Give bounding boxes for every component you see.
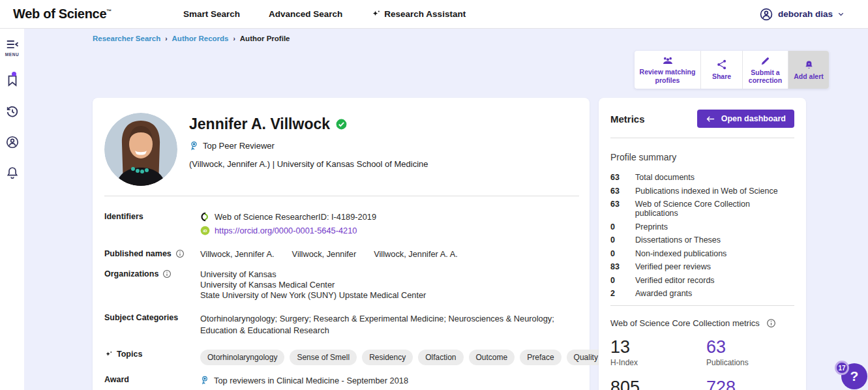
sidebar-history-button[interactable]	[0, 104, 24, 119]
page: Web of Science™ Smart Search Advanced Se…	[0, 0, 868, 390]
summary-row: 0Verified editor records	[610, 276, 794, 285]
publications-value[interactable]: 63	[706, 338, 794, 356]
metrics-title: Metrics	[610, 113, 645, 125]
chevron-down-icon	[837, 10, 845, 18]
published-name: Villwock, Jennifer A.	[200, 249, 275, 259]
nav-smart-search[interactable]: Smart Search	[183, 9, 240, 19]
review-matching-profiles-button[interactable]: Review matching profiles	[635, 51, 701, 89]
breadcrumb-author-records[interactable]: Author Records	[172, 35, 229, 42]
sidebar-researcher-profile-button[interactable]	[0, 135, 24, 149]
summary-row: 63Web of Science Core Collection publica…	[610, 200, 794, 218]
info-icon[interactable]	[175, 249, 185, 258]
summary-label: Verified editor records	[635, 276, 715, 285]
open-dashboard-button[interactable]: Open dashboard	[697, 110, 794, 128]
wos-researcherid-icon	[200, 212, 210, 222]
topic-chip[interactable]: Preface	[520, 350, 561, 365]
topic-chip[interactable]: Residency	[362, 350, 413, 365]
topics-label-text: Topics	[117, 350, 142, 359]
researcher-id-line: Web of Science ResearcherID: I-4189-2019	[200, 212, 579, 222]
arrow-left-icon	[706, 115, 715, 123]
submit-correction-button[interactable]: Submit a correction	[743, 51, 788, 89]
sidebar-alerts-button[interactable]	[0, 166, 24, 180]
summary-row: 63Publications indexed in Web of Science	[610, 187, 794, 196]
pencil-icon	[760, 55, 771, 67]
published-names-row: Published names Villwock, Jennifer A. Vi…	[104, 249, 579, 259]
history-icon	[5, 104, 20, 119]
verified-badge-icon[interactable]	[335, 118, 348, 130]
nav-research-assistant[interactable]: Research Assistant	[371, 9, 466, 19]
top-header: Web of Science™ Smart Search Advanced Se…	[0, 0, 868, 29]
topic-chip[interactable]: Otorhinolaryngology	[200, 350, 284, 365]
summary-value: 0	[610, 235, 635, 245]
info-icon[interactable]	[766, 318, 776, 328]
summary-value: 0	[610, 249, 635, 258]
published-names-value: Villwock, Jennifer A. Villwock, Jennifer…	[200, 249, 579, 259]
published-name: Villwock, Jennifer A. A.	[374, 249, 458, 259]
breadcrumb: Researcher Search › Author Records › Aut…	[93, 35, 290, 42]
help-button[interactable]: ? 17	[841, 363, 867, 389]
topic-chip[interactable]: Olfaction	[418, 350, 463, 365]
user-name: deborah dias	[778, 9, 833, 19]
award-text: Top reviewers in Clinical Medicine - Sep…	[214, 376, 408, 385]
sum-times-cited-value: 805	[610, 378, 706, 390]
summary-label: Web of Science Core Collection publicati…	[635, 200, 794, 218]
sidebar: MENU	[0, 29, 24, 390]
user-avatar-icon	[759, 7, 773, 22]
top-peer-reviewer-label: Top Peer Reviewer	[203, 141, 275, 151]
citing-articles-metric: 728	[706, 378, 794, 390]
cards-row: Jennifer A. Villwock Top Peer Reviewer (…	[93, 98, 806, 390]
open-dashboard-label: Open dashboard	[721, 114, 786, 123]
citing-articles-value[interactable]: 728	[706, 378, 794, 390]
add-alert-button[interactable]: Add alert	[788, 51, 829, 89]
medal-icon	[200, 375, 209, 385]
summary-value: 63	[610, 187, 635, 196]
topic-chip[interactable]: Sense of Smell	[290, 350, 357, 365]
summary-value: 0	[610, 276, 635, 285]
publications-metric: 63 Publications	[706, 338, 794, 367]
sidebar-menu-button[interactable]: MENU	[0, 37, 24, 57]
summary-row: 0Dissertations or Theses	[610, 235, 794, 245]
info-icon[interactable]	[162, 269, 172, 278]
divider	[610, 305, 794, 306]
core-metrics-heading-row: Web of Science Core Collection metrics	[610, 318, 794, 328]
person-circle-icon	[5, 135, 20, 149]
alert-bell-icon	[803, 59, 815, 70]
award-value: Top reviewers in Clinical Medicine - Sep…	[200, 375, 579, 385]
sidebar-marked-list-button[interactable]	[0, 73, 24, 88]
add-alert-label: Add alert	[794, 72, 824, 80]
metrics-panel: Metrics Open dashboard Profile summary 6…	[599, 98, 806, 390]
avatar	[104, 113, 177, 186]
share-button[interactable]: Share	[701, 51, 743, 89]
nav-advanced-search[interactable]: Advanced Search	[269, 9, 342, 19]
award-row: Award Top reviewers in Clinical Medicine…	[104, 375, 579, 385]
user-menu[interactable]: deborah dias	[759, 7, 845, 22]
author-name: Jennifer A. Villwock	[189, 115, 330, 133]
summary-row: 0Non-indexed publications	[610, 249, 794, 258]
trademark-symbol: ™	[106, 8, 112, 14]
summary-value: 83	[610, 262, 635, 271]
h-index-value: 13	[610, 338, 706, 356]
topics-label: Topics	[104, 350, 200, 359]
topic-chip[interactable]: Outcome	[469, 350, 515, 365]
summary-row: 63Total documents	[610, 173, 794, 182]
summary-label: Preprints	[635, 222, 668, 232]
subject-categories-label: Subject Categories	[104, 313, 200, 322]
orcid-link[interactable]: https://orcid.org/0000-0001-5645-4210	[215, 226, 357, 235]
summary-value: 63	[610, 200, 635, 218]
app-logo[interactable]: Web of Science™	[13, 7, 112, 22]
question-mark-label: ?	[850, 368, 859, 384]
identifiers-value: Web of Science ResearcherID: I-4189-2019…	[200, 212, 579, 239]
breadcrumb-researcher-search[interactable]: Researcher Search	[93, 35, 160, 42]
people-icon	[661, 55, 674, 66]
summary-label: Dissertations or Theses	[635, 235, 721, 245]
summary-label: Awarded grants	[635, 289, 692, 298]
identifiers-label: Identifiers	[104, 212, 200, 221]
h-index-metric: 13 H-Index	[610, 338, 706, 367]
summary-label: Publications indexed in Web of Science	[635, 187, 778, 196]
topics-row: Topics Otorhinolaryngology Sense of Smel…	[104, 350, 579, 365]
profile-identity: Jennifer A. Villwock Top Peer Reviewer (…	[189, 113, 428, 186]
divider	[610, 138, 794, 138]
publications-label: Publications	[706, 358, 794, 367]
topics-chips: Otorhinolaryngology Sense of Smell Resid…	[200, 350, 646, 365]
notification-dot	[12, 72, 16, 76]
